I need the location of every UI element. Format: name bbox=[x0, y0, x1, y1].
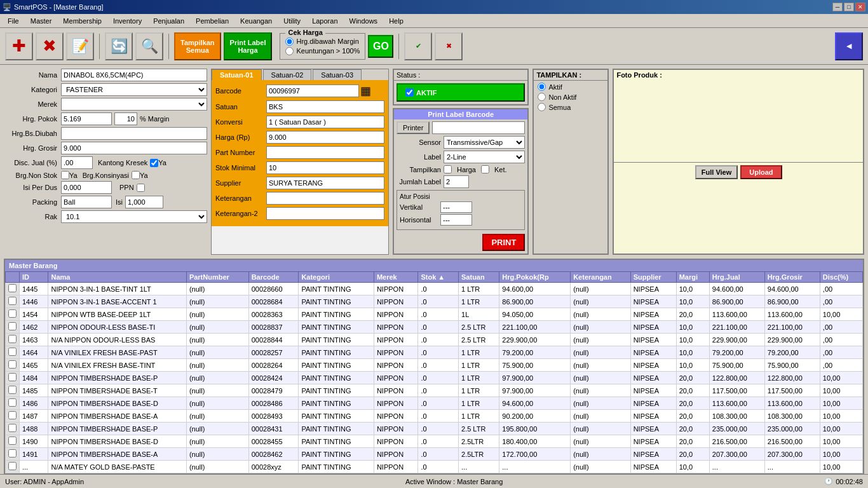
row-checkbox[interactable] bbox=[8, 297, 17, 305]
minimize-button[interactable]: ─ bbox=[832, 3, 843, 11]
edit-button[interactable]: 📝 bbox=[66, 32, 94, 60]
menu-windows[interactable]: Windows bbox=[344, 16, 383, 26]
go-button[interactable]: GO bbox=[368, 35, 393, 58]
col-partnumber[interactable]: PartNumber bbox=[186, 272, 248, 283]
col-keterangan[interactable]: Keterangan bbox=[571, 272, 630, 283]
brg-konsinyasi-checkbox[interactable] bbox=[132, 171, 140, 179]
barcode-input[interactable] bbox=[266, 85, 359, 97]
harga-checkbox[interactable] bbox=[444, 165, 452, 173]
full-view-button[interactable]: Full View bbox=[695, 165, 738, 179]
row-checkbox[interactable] bbox=[8, 424, 17, 432]
menu-penjualan[interactable]: Penjualan bbox=[148, 16, 189, 26]
search-button[interactable]: 🔍 bbox=[135, 32, 163, 60]
row-checkbox[interactable] bbox=[8, 322, 17, 330]
hrg-grosir-input[interactable] bbox=[61, 142, 207, 154]
kantong-kresek-checkbox[interactable] bbox=[150, 159, 158, 167]
col-supplier[interactable]: Supplier bbox=[630, 272, 676, 283]
menu-pembelian[interactable]: Pembelian bbox=[191, 16, 234, 26]
row-checkbox[interactable] bbox=[8, 437, 17, 445]
row-checkbox[interactable] bbox=[8, 462, 17, 470]
table-row[interactable]: 1485NIPPON TIMBERSHADE BASE-T(null)00028… bbox=[6, 384, 863, 397]
merek-select[interactable] bbox=[61, 98, 207, 111]
rak-select[interactable]: 10.1 bbox=[61, 210, 207, 223]
stok-minimal-input[interactable] bbox=[266, 161, 384, 174]
col-hrg-jual[interactable]: Hrg.Jual bbox=[709, 272, 764, 283]
menu-file[interactable]: File bbox=[3, 16, 24, 26]
table-row[interactable]: 1487NIPPON TIMBERSHADE BASE-A(null)00028… bbox=[6, 410, 863, 423]
row-checkbox[interactable] bbox=[8, 398, 17, 407]
harga-input[interactable] bbox=[266, 131, 384, 144]
table-container[interactable]: ID Nama PartNumber Barcode Kategori Mere… bbox=[5, 271, 863, 473]
table-row[interactable]: 1462NIPPON ODOUR-LESS BASE-TI(null)00028… bbox=[6, 321, 863, 334]
table-row[interactable]: 1446NIPPON 3-IN-1 BASE-ACCENT 1(null)000… bbox=[6, 295, 863, 308]
kategori-select[interactable]: FASTENER bbox=[61, 83, 207, 96]
vertikal-input[interactable] bbox=[440, 201, 472, 213]
col-stok[interactable]: Stok ▲ bbox=[418, 272, 459, 283]
brg-non-stok-checkbox[interactable] bbox=[61, 171, 69, 179]
upload-button[interactable]: Upload bbox=[740, 165, 782, 179]
aktif-checkbox[interactable] bbox=[405, 88, 414, 97]
printer-button[interactable]: Printer bbox=[397, 121, 430, 134]
supplier-input[interactable] bbox=[266, 177, 384, 189]
refresh-button[interactable]: 🔄 bbox=[105, 32, 133, 60]
col-merek[interactable]: Merek bbox=[374, 272, 418, 283]
table-row[interactable]: 1484NIPPON TIMBERSHADE BASE-P(null)00028… bbox=[6, 372, 863, 384]
row-checkbox[interactable] bbox=[8, 449, 17, 458]
row-checkbox[interactable] bbox=[8, 335, 17, 343]
tab-satuan02[interactable]: Satuan-02 bbox=[263, 69, 312, 80]
col-margi[interactable]: Margi bbox=[676, 272, 709, 283]
table-row[interactable]: 1464N/A VINILEX FRESH BASE-PAST(null)000… bbox=[6, 346, 863, 359]
hrg-pokok-input[interactable] bbox=[61, 112, 112, 125]
satuan-input[interactable] bbox=[266, 100, 384, 113]
col-nama[interactable]: Nama bbox=[48, 272, 186, 283]
print-label-harga-button[interactable]: Print Label Harga bbox=[224, 32, 273, 60]
nama-input[interactable] bbox=[61, 69, 207, 81]
keterangan2-input[interactable] bbox=[266, 207, 384, 220]
col-id[interactable]: ID bbox=[20, 272, 48, 283]
cek-harga-radio-2[interactable] bbox=[285, 47, 294, 55]
tampilkan-semua-button[interactable]: Tampilkan Semua bbox=[174, 32, 221, 60]
jumlah-input[interactable] bbox=[444, 175, 469, 188]
menu-keuangan[interactable]: Keuangan bbox=[235, 16, 277, 26]
tampilkan-semua-radio[interactable] bbox=[538, 103, 546, 111]
col-hrg-grosir[interactable]: Hrg.Grosir bbox=[764, 272, 820, 283]
tampilkan-nonaktif-radio[interactable] bbox=[538, 93, 546, 101]
row-checkbox[interactable] bbox=[8, 309, 17, 318]
packing-input[interactable] bbox=[61, 196, 112, 208]
col-barcode[interactable]: Barcode bbox=[248, 272, 299, 283]
menu-inventory[interactable]: Inventory bbox=[108, 16, 147, 26]
konversi-input[interactable] bbox=[266, 116, 384, 128]
keterangan-input[interactable] bbox=[266, 192, 384, 205]
ppn-checkbox[interactable] bbox=[137, 184, 145, 192]
confirm-button[interactable]: ✔ bbox=[404, 32, 432, 60]
table-row[interactable]: 1490NIPPON TIMBERSHADE BASE-D(null)00028… bbox=[6, 435, 863, 448]
close-button[interactable]: ✕ bbox=[855, 3, 865, 11]
table-row[interactable]: 1454NIPPON WTB BASE-DEEP 1LT(null)000283… bbox=[6, 308, 863, 321]
row-checkbox[interactable] bbox=[8, 360, 17, 369]
restore-button[interactable]: □ bbox=[844, 3, 854, 11]
table-row[interactable]: 1465N/A VINILEX FRESH BASE-TINT(null)000… bbox=[6, 359, 863, 372]
table-row[interactable]: 1463N/A NIPPON ODOUR-LESS BAS(null)00028… bbox=[6, 334, 863, 346]
tab-satuan03[interactable]: Satuan-03 bbox=[313, 69, 362, 80]
col-kategori[interactable]: Kategori bbox=[299, 272, 374, 283]
menu-laporan[interactable]: Laporan bbox=[307, 16, 342, 26]
tab-satuan01[interactable]: Satuan-01 bbox=[212, 69, 262, 80]
menu-utility[interactable]: Utility bbox=[278, 16, 306, 26]
row-checkbox[interactable] bbox=[8, 386, 17, 394]
menu-master[interactable]: Master bbox=[25, 16, 57, 26]
printer-input[interactable] bbox=[432, 121, 525, 134]
aktif-button[interactable]: AKTIF bbox=[397, 83, 525, 102]
table-row[interactable]: 1486NIPPON TIMBERSHADE BASE-D(null)00028… bbox=[6, 397, 863, 410]
ket-checkbox[interactable] bbox=[481, 165, 489, 173]
col-hrg-pokok[interactable]: Hrg.Pokok(Rp bbox=[499, 272, 571, 283]
hrg-bs-diubah-input[interactable] bbox=[61, 127, 207, 140]
print-button[interactable]: PRINT bbox=[482, 234, 525, 251]
menu-membership[interactable]: Membership bbox=[58, 16, 107, 26]
isi-input[interactable] bbox=[125, 196, 163, 208]
table-row[interactable]: 1491NIPPON TIMBERSHADE BASE-A(null)00028… bbox=[6, 448, 863, 461]
row-checkbox[interactable] bbox=[8, 373, 17, 381]
col-satuan[interactable]: Satuan bbox=[459, 272, 499, 283]
row-checkbox[interactable] bbox=[8, 411, 17, 419]
isi-per-dus-input[interactable] bbox=[61, 181, 112, 194]
label-select[interactable]: 2-Line bbox=[444, 151, 525, 163]
